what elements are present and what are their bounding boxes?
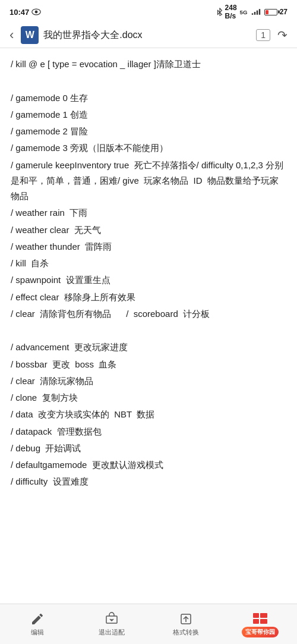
nav-edit[interactable]: 编辑 [0, 612, 74, 637]
edit-icon [30, 612, 45, 626]
nav-baoge-label: 宝哥帮你园 [242, 627, 279, 637]
status-indicators: 248B/s 5G 27 [217, 4, 287, 20]
nav-format-label: 格式转换 [173, 628, 199, 637]
svg-rect-6 [258, 9, 260, 15]
exit-adapt-icon [105, 612, 119, 626]
back-button[interactable]: ‹ [7, 27, 16, 43]
svg-text:5G: 5G [239, 9, 247, 15]
line-16: / clone 复制方块 [11, 390, 286, 406]
document-title: 我的世界指令大全.docx [43, 29, 251, 42]
line-6: / weather rain 下雨 [11, 205, 286, 221]
line-19: / debug 开始调试 [11, 441, 286, 456]
line-21: / difficulty 设置难度 [11, 474, 286, 489]
svg-rect-13 [253, 619, 259, 624]
line-15: / clear 清除玩家物品 [11, 373, 286, 389]
nav-baoge[interactable]: 宝哥帮你园 [223, 611, 297, 637]
bluetooth-icon [217, 8, 223, 16]
line-3: / gamemode 2 冒险 [11, 124, 286, 139]
line-0: / kill @ e [ type = evocation _ illager … [11, 56, 286, 72]
line-9: / kill 自杀 [11, 256, 286, 271]
line-13: / advancement 更改玩家进度 [11, 340, 286, 355]
line-7: / weather clear 无天气 [11, 222, 286, 238]
svg-rect-11 [253, 613, 259, 618]
page-badge: 1 [256, 29, 270, 41]
format-icon [179, 612, 193, 626]
svg-rect-4 [254, 12, 255, 15]
wifi-icon: 5G [239, 8, 249, 15]
eye-icon [31, 8, 41, 15]
line-14: / bossbar 更改 boss 血条 [11, 357, 286, 372]
line-20: / defaultgamemode 更改默认游戏模式 [11, 457, 286, 473]
line-4: / gamemode 3 旁观（旧版本不能使用） [11, 140, 286, 156]
nav-edit-label: 编辑 [31, 628, 44, 637]
battery-level: 27 [280, 8, 287, 16]
nav-format[interactable]: 格式转换 [148, 612, 223, 637]
bottom-navigation: 编辑 退出适配 格式转换 宝哥帮你园 [0, 604, 297, 644]
status-time: 10:47 [10, 8, 41, 17]
svg-rect-14 [260, 619, 267, 624]
line-11: / effect clear 移除身上所有效果 [11, 290, 286, 305]
line-12: / clear 清除背包所有物品 / scoreboard 计分板 [11, 306, 286, 322]
line-2: / gamemode 1 创造 [11, 107, 286, 122]
line-8: / weather thunder 雷阵雨 [11, 239, 286, 255]
nav-exit-label: 退出适配 [99, 628, 125, 637]
svg-rect-3 [251, 13, 252, 14]
line-1: / gamemode 0 生存 [11, 90, 286, 106]
document-content: / kill @ e [ type = evocation _ illager … [0, 48, 297, 539]
svg-rect-12 [260, 613, 267, 618]
status-bar: 10:47 248B/s 5G 27 [0, 0, 297, 23]
svg-point-1 [35, 11, 38, 14]
signal-icon [251, 8, 261, 15]
baoge-icon [252, 611, 268, 625]
line-blank-1 [11, 73, 286, 89]
share-button[interactable]: ↷ [275, 28, 290, 42]
time-display: 10:47 [10, 8, 29, 17]
line-10: / spawnpoint 设置重生点 [11, 272, 286, 288]
word-icon: W [21, 26, 39, 44]
line-18: / datapack 管理数据包 [11, 424, 286, 439]
svg-rect-5 [256, 11, 257, 15]
toolbar: ‹ W 我的世界指令大全.docx 1 ↷ [0, 23, 297, 48]
battery-icon [264, 9, 277, 15]
line-blank-2 [11, 323, 286, 338]
line-17: / data 改变方块或实体的 NBT 数据 [11, 407, 286, 422]
line-5: / gamerule keepInventory true 死亡不掉落指令/ d… [11, 158, 286, 205]
nav-exit-adapt[interactable]: 退出适配 [74, 612, 148, 637]
data-speed: 248B/s [225, 4, 237, 20]
